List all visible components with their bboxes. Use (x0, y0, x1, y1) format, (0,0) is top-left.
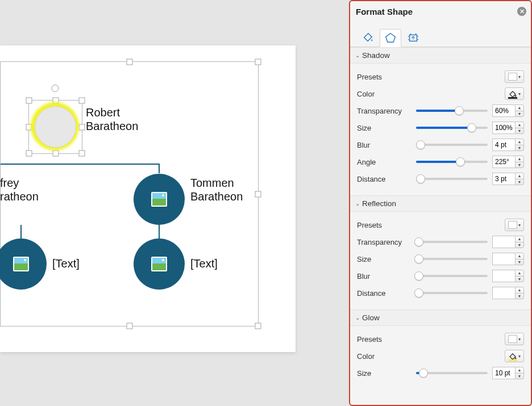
shadow-size-stepper[interactable]: ▲▼ (492, 122, 524, 134)
glow-presets-picker[interactable]: ▾ (505, 333, 524, 345)
shadow-blur-slider[interactable] (416, 144, 488, 146)
stepper-up-icon[interactable]: ▲ (516, 173, 523, 179)
stepper-up-icon[interactable]: ▲ (516, 367, 523, 374)
label-color: Color (357, 352, 412, 361)
shadow-transparency-slider[interactable] (416, 110, 488, 112)
chevron-down-icon: ▾ (518, 337, 521, 342)
reflection-size-input[interactable] (492, 253, 515, 265)
section-header-glow[interactable]: ⌄ Glow (350, 309, 531, 326)
pentagon-icon (384, 32, 397, 44)
reflection-distance-stepper[interactable]: ▲▼ (492, 287, 524, 299)
section-header-shadow[interactable]: ⌄ Shadow (350, 47, 531, 64)
swatch-icon (508, 335, 517, 343)
close-icon[interactable]: ✕ (517, 7, 526, 16)
shadow-size-input[interactable] (492, 122, 515, 134)
stepper-down-icon[interactable]: ▼ (516, 294, 523, 299)
label-transparency: Transparency (357, 107, 412, 115)
shadow-transparency-stepper[interactable]: ▲▼ (492, 104, 524, 117)
stepper-down-icon[interactable]: ▼ (516, 374, 523, 379)
document-canvas[interactable]: Robert Baratheon frey ratheon Tommen Bar… (0, 0, 349, 406)
tab-fill-line[interactable] (357, 28, 379, 47)
label-presets: Presets (357, 221, 412, 229)
stepper-up-icon[interactable]: ▲ (516, 236, 523, 242)
glow-color-picker[interactable]: ▾ (505, 350, 524, 362)
paint-bucket-icon (508, 90, 517, 98)
reflection-transparency-input[interactable] (492, 236, 515, 248)
reflection-blur-slider[interactable] (416, 275, 488, 277)
label-transparency: Transparency (357, 238, 412, 246)
stepper-up-icon[interactable]: ▲ (516, 156, 523, 162)
size-icon (407, 31, 419, 44)
label-distance: Distance (357, 175, 412, 183)
reflection-transparency-stepper[interactable]: ▲▼ (492, 236, 524, 248)
label-color: Color (357, 90, 412, 98)
shadow-blur-stepper[interactable]: ▲▼ (492, 139, 524, 151)
reflection-blur-input[interactable] (492, 270, 515, 282)
section-title: Reflection (362, 199, 396, 208)
chevron-down-icon: ⌄ (355, 52, 360, 58)
label-presets: Presets (357, 335, 412, 344)
chevron-down-icon: ▾ (518, 91, 521, 97)
shadow-angle-stepper[interactable]: ▲▼ (492, 156, 524, 168)
stepper-down-icon[interactable]: ▼ (516, 111, 523, 117)
shadow-size-slider[interactable] (416, 127, 488, 129)
svg-point-2 (515, 358, 517, 359)
shadow-blur-input[interactable] (492, 139, 515, 151)
swatch-icon (508, 73, 517, 81)
stepper-down-icon[interactable]: ▼ (516, 145, 523, 151)
selected-shape-circle[interactable] (28, 91, 81, 155)
glow-size-stepper[interactable]: ▲▼ (492, 367, 524, 379)
label-size: Size (357, 255, 412, 263)
glow-size-slider[interactable] (416, 372, 488, 374)
shadow-angle-input[interactable] (492, 156, 515, 168)
circle-node[interactable] (134, 174, 185, 225)
stepper-up-icon[interactable]: ▲ (516, 139, 523, 145)
panel-title: Format Shape (356, 7, 517, 16)
shadow-angle-slider[interactable] (416, 161, 488, 163)
reflection-distance-slider[interactable] (416, 292, 488, 294)
stepper-down-icon[interactable]: ▼ (516, 128, 523, 134)
shadow-distance-slider[interactable] (416, 178, 488, 180)
stepper-up-icon[interactable]: ▲ (516, 253, 523, 259)
shape-placeholder-label: [Text] (52, 257, 80, 270)
stepper-down-icon[interactable]: ▼ (516, 162, 523, 168)
stepper-up-icon[interactable]: ▲ (516, 122, 523, 128)
stepper-down-icon[interactable]: ▼ (516, 242, 523, 248)
tab-effects[interactable] (380, 29, 401, 47)
circle-node[interactable] (134, 238, 185, 290)
format-shape-panel: Format Shape ✕ (349, 0, 532, 406)
picture-placeholder-icon (13, 257, 29, 271)
circle-shape[interactable] (35, 106, 76, 148)
label-size: Size (357, 369, 412, 378)
shape-label: Robert Baratheon (86, 106, 138, 133)
shape-label: frey ratheon (0, 176, 39, 203)
stepper-down-icon[interactable]: ▼ (516, 277, 523, 282)
reflection-size-stepper[interactable]: ▲▼ (492, 253, 524, 265)
reflection-distance-input[interactable] (492, 287, 515, 299)
label-presets: Presets (357, 73, 412, 81)
shadow-color-picker[interactable]: ▾ (505, 87, 524, 100)
chevron-down-icon: ⌄ (355, 200, 360, 207)
section-header-reflection[interactable]: ⌄ Reflection (350, 195, 531, 212)
label-angle: Angle (357, 158, 412, 166)
tab-size-properties[interactable] (402, 28, 424, 47)
shadow-transparency-input[interactable] (492, 104, 515, 117)
picture-placeholder-icon (151, 257, 167, 271)
section-title: Shadow (362, 51, 390, 60)
stepper-up-icon[interactable]: ▲ (516, 105, 523, 111)
reflection-transparency-slider[interactable] (416, 241, 488, 243)
stepper-up-icon[interactable]: ▲ (516, 287, 523, 294)
chevron-down-icon: ▾ (518, 74, 521, 79)
glow-size-input[interactable] (492, 367, 515, 379)
stepper-down-icon[interactable]: ▼ (516, 179, 523, 185)
shadow-presets-picker[interactable]: ▾ (505, 70, 524, 83)
stepper-down-icon[interactable]: ▼ (516, 259, 523, 265)
shadow-distance-input[interactable] (492, 173, 515, 185)
rotation-handle-icon[interactable] (51, 85, 59, 92)
shape-label: Tommen Baratheon (190, 176, 243, 203)
reflection-blur-stepper[interactable]: ▲▼ (492, 270, 524, 282)
shadow-distance-stepper[interactable]: ▲▼ (492, 173, 524, 185)
reflection-size-slider[interactable] (416, 258, 488, 260)
reflection-presets-picker[interactable]: ▾ (505, 219, 524, 231)
stepper-up-icon[interactable]: ▲ (516, 270, 523, 277)
